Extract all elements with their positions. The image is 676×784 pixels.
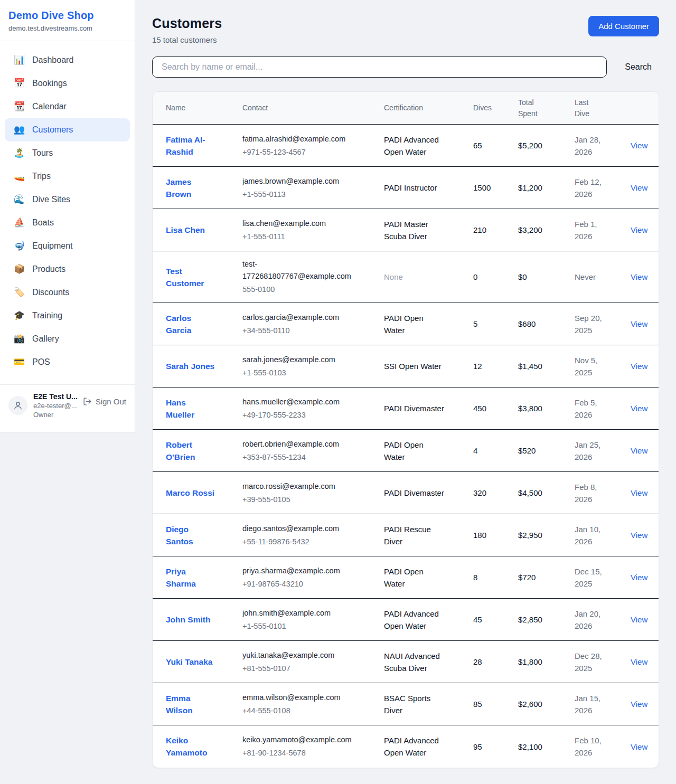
view-link[interactable]: View: [631, 531, 647, 540]
view-link[interactable]: View: [631, 225, 647, 234]
customer-email: priya.sharma@example.com: [242, 565, 354, 577]
sidebar-item-equipment[interactable]: 🤿 Equipment: [5, 234, 130, 258]
sidebar-item-tours[interactable]: 🏝️ Tours: [5, 141, 130, 165]
customer-phone: +81-555-0107: [242, 663, 378, 675]
sidebar-item-boats[interactable]: ⛵ Boats: [5, 211, 130, 234]
discounts-icon: 🏷️: [14, 286, 24, 299]
view-link[interactable]: View: [631, 488, 647, 497]
view-link[interactable]: View: [631, 615, 647, 624]
customer-certification: PADI Open Water: [384, 439, 453, 463]
table-row: Yuki Tanaka yuki.tanaka@example.com +81-…: [153, 641, 659, 683]
customer-name-link[interactable]: Lisa Chen: [166, 224, 205, 236]
customer-total-spent: $520: [518, 445, 575, 457]
customer-name-link[interactable]: Priya Sharma: [166, 565, 217, 590]
customer-name-link[interactable]: Fatima Al-Rashid: [166, 134, 217, 158]
view-link[interactable]: View: [631, 272, 647, 281]
sidebar-item-training[interactable]: 🎓 Training: [5, 304, 130, 327]
customer-phone: +353-87-555-1234: [242, 451, 378, 464]
table-row: Carlos Garcia carlos.garcia@example.com …: [153, 303, 659, 345]
customer-email: sarah.jones@example.com: [242, 354, 354, 366]
view-link[interactable]: View: [631, 573, 647, 582]
customer-phone: +1-555-0101: [242, 620, 378, 632]
sign-out-button[interactable]: Sign Out: [83, 397, 126, 406]
sidebar-item-dive-sites[interactable]: 🌊 Dive Sites: [5, 188, 130, 211]
column-header-dives: Dives: [473, 102, 518, 114]
sidebar-item-label: Dive Sites: [32, 193, 70, 206]
customer-name-link[interactable]: Yuki Tanaka: [166, 656, 212, 668]
table-row: James Brown james.brown@example.com +1-5…: [153, 167, 659, 209]
table-row: Priya Sharma priya.sharma@example.com +9…: [153, 556, 659, 599]
view-link[interactable]: View: [631, 362, 647, 371]
customer-email: robert.obrien@example.com: [242, 438, 354, 450]
table-row: Robert O'Brien robert.obrien@example.com…: [153, 430, 659, 472]
view-link[interactable]: View: [631, 183, 647, 192]
sidebar-item-pos[interactable]: 💳 POS: [5, 351, 130, 374]
customer-dives: 320: [473, 487, 518, 499]
customer-dives: 12: [473, 360, 518, 372]
customer-total-spent: $0: [518, 271, 575, 283]
search-input[interactable]: [152, 56, 607, 78]
page-title: Customers: [152, 16, 222, 31]
main-content: Customers 15 total customers Add Custome…: [135, 0, 676, 784]
sidebar-item-trips[interactable]: 🚤 Trips: [5, 165, 130, 188]
calendar-icon: 📆: [14, 100, 24, 113]
view-link[interactable]: View: [631, 319, 647, 328]
customer-dives: 4: [473, 445, 518, 457]
customer-phone: +55-11-99876-5432: [242, 536, 378, 548]
sidebar-item-bookings[interactable]: 📅 Bookings: [5, 72, 130, 95]
view-link[interactable]: View: [631, 141, 647, 150]
customer-name-link[interactable]: Emma Wilson: [166, 692, 217, 716]
customer-name-link[interactable]: Carlos Garcia: [166, 312, 217, 336]
customer-certification: PADI Open Water: [384, 312, 453, 336]
view-link[interactable]: View: [631, 446, 647, 455]
sidebar-item-label: Trips: [32, 170, 51, 183]
sidebar-item-label: Tours: [32, 147, 53, 159]
column-header-total-spent: Total Spent: [518, 97, 546, 119]
sign-out-label: Sign Out: [96, 397, 126, 406]
sidebar-item-gallery[interactable]: 📸 Gallery: [5, 327, 130, 351]
customer-certification: PADI Advanced Open Water: [384, 608, 453, 632]
customer-name-link[interactable]: Test Customer: [166, 265, 217, 289]
brand: Demo Dive Shop demo.test.divestreams.com: [0, 0, 135, 41]
customer-last-dive: Sep 20, 2025: [575, 312, 613, 336]
sidebar-item-products[interactable]: 📦 Products: [5, 258, 130, 281]
customer-certification: PADI Rescue Diver: [384, 523, 453, 547]
sidebar-item-label: Training: [32, 309, 62, 322]
customer-email: marco.rossi@example.com: [242, 480, 354, 493]
sidebar: Demo Dive Shop demo.test.divestreams.com…: [0, 0, 135, 433]
search-button[interactable]: Search: [625, 58, 652, 76]
customer-name-link[interactable]: Hans Mueller: [166, 396, 217, 421]
customer-last-dive: Feb 12, 2026: [575, 176, 613, 200]
sidebar-item-customers[interactable]: 👥 Customers: [5, 118, 130, 141]
sidebar-item-dashboard[interactable]: 📊 Dashboard: [5, 49, 130, 72]
customer-name-link[interactable]: Marco Rossi: [166, 487, 214, 499]
customer-certification: SSI Open Water: [384, 360, 453, 372]
view-link[interactable]: View: [631, 742, 647, 751]
customer-name-link[interactable]: Robert O'Brien: [166, 439, 217, 463]
view-link[interactable]: View: [631, 700, 647, 709]
customer-dives: 28: [473, 656, 518, 668]
customer-name-link[interactable]: James Brown: [166, 176, 217, 200]
add-customer-button[interactable]: Add Customer: [588, 16, 659, 36]
user-email: e2e-tester@...: [33, 402, 77, 410]
customer-last-dive: Feb 5, 2026: [575, 396, 613, 421]
products-icon: 📦: [14, 263, 24, 276]
sidebar-item-discounts[interactable]: 🏷️ Discounts: [5, 281, 130, 304]
table-row: Sarah Jones sarah.jones@example.com +1-5…: [153, 345, 659, 388]
customer-last-dive: Never: [575, 271, 613, 283]
brand-title: Demo Dive Shop: [8, 10, 126, 22]
customer-name-link[interactable]: John Smith: [166, 613, 210, 626]
sidebar-item-calendar[interactable]: 📆 Calendar: [5, 95, 130, 118]
customer-name-link[interactable]: Diego Santos: [166, 523, 217, 547]
sidebar-item-label: Boats: [32, 216, 54, 229]
customer-name-link[interactable]: Keiko Yamamoto: [166, 734, 217, 759]
view-link[interactable]: View: [631, 404, 647, 413]
view-link[interactable]: View: [631, 657, 647, 666]
user-icon: [13, 401, 23, 410]
customer-name-link[interactable]: Sarah Jones: [166, 360, 214, 372]
customer-dives: 45: [473, 613, 518, 626]
sidebar-nav: 📊 Dashboard 📅 Bookings 📆 Calendar 👥 Cust…: [0, 41, 135, 379]
customer-certification: PADI Open Water: [384, 565, 453, 590]
dive-sites-icon: 🌊: [14, 193, 24, 206]
column-header-last-dive: Last Dive: [575, 97, 602, 119]
